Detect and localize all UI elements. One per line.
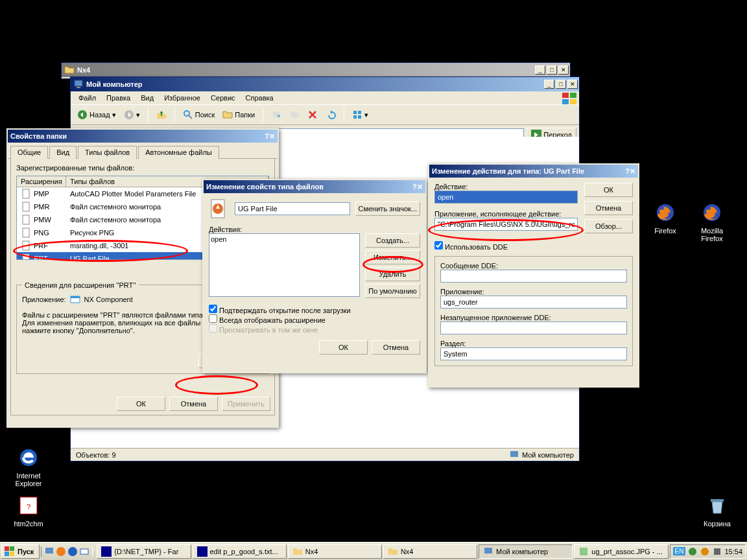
action-new-button[interactable]: Создать...	[365, 233, 420, 248]
menu-file[interactable]: Файл	[73, 93, 101, 103]
task-nx4b[interactable]: Nx4	[383, 544, 477, 559]
lang-indicator[interactable]: EN	[673, 547, 686, 555]
task-far[interactable]: {D:\NET_TMP} - Far	[97, 544, 191, 559]
action-delete-button[interactable]: Удалить	[365, 267, 420, 281]
desktop-icon-firefox1[interactable]: Firefox	[646, 202, 685, 235]
ql-oe-icon[interactable]	[79, 546, 89, 557]
back-label: Назад	[89, 111, 110, 119]
actions-list[interactable]: open	[209, 233, 360, 297]
desktop-icon-trash[interactable]: Корзина	[698, 495, 737, 528]
browse-button[interactable]: Обзор...	[584, 219, 633, 233]
close-button[interactable]: ✕	[630, 167, 635, 176]
cancel-button[interactable]: Отмена	[169, 397, 218, 411]
svg-rect-21	[510, 451, 518, 457]
tab-offline[interactable]: Автономные файлы	[138, 146, 219, 159]
typename-input[interactable]	[235, 202, 350, 215]
action-edit-button[interactable]: Изменить...	[365, 250, 420, 264]
close-button[interactable]: ✕	[417, 183, 423, 191]
titlebar[interactable]: Изменение свойств типа файлов ? ✕	[204, 180, 425, 193]
showext-checkbox[interactable]: Всегда отображать расширение	[209, 316, 326, 324]
menu-edit[interactable]: Правка	[101, 93, 136, 103]
move-button[interactable]	[268, 108, 284, 121]
folders-label: Папки	[235, 111, 255, 119]
views-button[interactable]: ▾	[350, 108, 371, 121]
maximize-button[interactable]: □	[556, 80, 566, 89]
ql-firefox-icon[interactable]	[56, 546, 66, 557]
action-label: Действие:	[434, 183, 578, 191]
tab-view[interactable]: Вид	[49, 146, 77, 159]
action-open[interactable]: open	[211, 235, 358, 243]
ql-ie-icon[interactable]	[67, 546, 78, 557]
action-input[interactable]	[434, 191, 578, 204]
delete-button[interactable]	[305, 108, 320, 121]
menu-view[interactable]: Вид	[136, 93, 159, 103]
minimize-button[interactable]: _	[544, 80, 554, 89]
close-button[interactable]: ✕	[567, 80, 578, 89]
window-title: Nx4	[77, 66, 90, 74]
tray-icon-1[interactable]	[687, 546, 698, 557]
tab-filetypes[interactable]: Типы файлов	[78, 146, 137, 159]
col-ext[interactable]: Расширения	[17, 176, 66, 187]
desktop-icon-htm2chm[interactable]: ? htm2chm	[9, 495, 48, 528]
task-edit[interactable]: edit p_p_good_s.txt...	[193, 544, 287, 559]
titlebar[interactable]: Nx4 _ □ ✕	[62, 63, 570, 77]
close-button[interactable]: ✕	[558, 65, 569, 75]
menu-tools[interactable]: Сервис	[206, 93, 241, 103]
confirm-checkbox[interactable]: Подтверждать открытие после загрузки	[209, 307, 351, 314]
dde-topic-input[interactable]	[440, 321, 627, 334]
changeicon-button[interactable]: Сменить значок...	[355, 202, 421, 216]
status-zone: Мой компьютер	[509, 450, 574, 460]
forward-button[interactable]: ▾	[121, 108, 143, 121]
up-button[interactable]	[154, 108, 169, 121]
svg-rect-5	[711, 499, 724, 502]
help-button[interactable]: ?	[412, 183, 417, 191]
svg-rect-27	[23, 254, 29, 260]
section-input[interactable]	[440, 347, 627, 360]
help-button[interactable]: ?	[265, 132, 269, 140]
usedde-checkbox[interactable]: Использовать DDE	[434, 243, 508, 251]
ok-button[interactable]: ОК	[117, 397, 165, 411]
undo-button[interactable]	[323, 108, 338, 121]
task-mycomputer[interactable]: Мой компьютер	[479, 544, 573, 559]
cancel-button[interactable]: Отмена	[584, 201, 633, 215]
svg-point-14	[184, 111, 189, 116]
apply-button[interactable]: Применить	[222, 397, 270, 411]
ok-button[interactable]: ОК	[319, 340, 368, 355]
menu-help[interactable]: Справка	[241, 93, 279, 103]
maximize-button[interactable]: □	[547, 65, 557, 75]
svg-rect-29	[71, 296, 80, 298]
cancel-button[interactable]: Отмена	[372, 340, 420, 355]
help-button[interactable]: ?	[625, 167, 630, 175]
dde-msg-input[interactable]	[440, 270, 627, 283]
app-label: Приложение:	[22, 296, 66, 303]
svg-rect-25	[23, 228, 29, 237]
copy-button[interactable]	[287, 108, 302, 121]
folders-button[interactable]: Папки	[220, 108, 257, 121]
tab-general[interactable]: Общие	[10, 146, 48, 159]
task-nx4a[interactable]: Nx4	[288, 544, 382, 559]
dialog-edit-filetype: Изменение свойств типа файлов ? ✕ Сменит…	[202, 179, 427, 373]
app-input[interactable]	[434, 218, 578, 231]
desktop-icon-ie[interactable]: Internet Explorer	[9, 447, 48, 487]
task-image[interactable]: ug_prt_assoc.JPG - ...	[574, 544, 668, 559]
titlebar[interactable]: Изменение действия для типа: UG Part Fil…	[429, 165, 638, 178]
dde-app-input[interactable]	[440, 296, 627, 309]
clock[interactable]: 15:54	[724, 548, 742, 555]
tray-icon-2[interactable]	[700, 546, 710, 557]
ql-desktop-icon[interactable]	[44, 546, 54, 557]
action-default-button[interactable]: По умолчанию	[365, 284, 420, 298]
tray-icon-3[interactable]	[712, 546, 722, 557]
dialog-title-text: Свойства папки	[10, 132, 67, 140]
svg-rect-33	[10, 546, 14, 551]
minimize-button[interactable]: _	[535, 65, 545, 75]
menu-fav[interactable]: Избранное	[159, 93, 206, 103]
titlebar[interactable]: Свойства папки ? ✕	[8, 130, 278, 143]
start-button[interactable]: Пуск	[1, 544, 40, 559]
close-button[interactable]: ✕	[269, 132, 275, 141]
titlebar[interactable]: Мой компьютер _ □ ✕	[71, 77, 579, 91]
desktop-icon-firefox2[interactable]: Mozilla Firefox	[693, 202, 731, 242]
svg-point-37	[56, 547, 65, 556]
search-button[interactable]: Поиск	[180, 108, 218, 121]
back-button[interactable]: Назад ▾	[75, 108, 119, 121]
ok-button[interactable]: ОК	[584, 183, 633, 197]
